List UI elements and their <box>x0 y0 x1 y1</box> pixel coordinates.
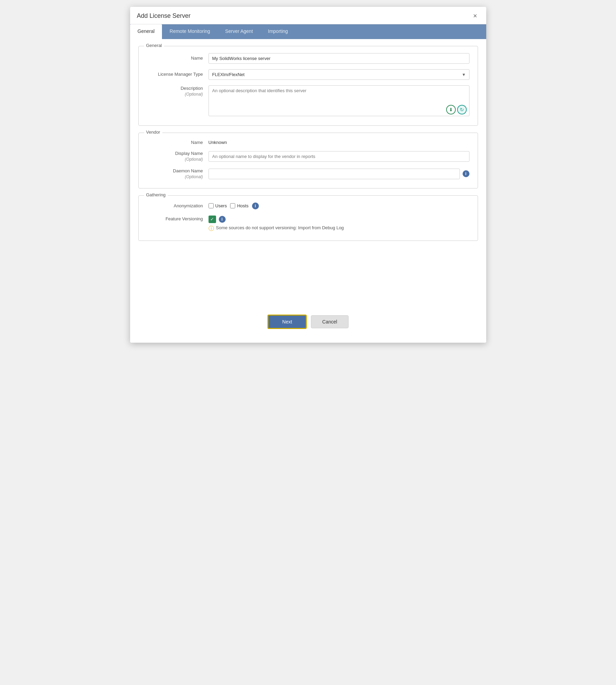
hosts-label: Hosts <box>237 203 248 208</box>
vendor-section: Vendor Name Unknown Display Name (Option… <box>138 133 478 188</box>
display-name-input[interactable] <box>209 151 469 162</box>
vendor-name-row: Name Unknown <box>147 140 469 145</box>
tab-bar: General Remote Monitoring Server Agent I… <box>130 24 486 39</box>
display-name-label: Display Name (Optional) <box>147 150 209 162</box>
users-checkbox-label[interactable]: Users <box>209 203 227 208</box>
refresh-icon[interactable]: ↻ <box>457 105 467 114</box>
general-section: General Name License Manager Type FLEXlm… <box>138 46 478 126</box>
versioning-top: ✓ i <box>209 216 344 223</box>
feature-versioning-info-icon[interactable]: i <box>219 216 226 223</box>
description-label: Description (Optional) <box>147 85 209 97</box>
display-name-row: Display Name (Optional) <box>147 150 469 162</box>
tab-importing[interactable]: Importing <box>261 24 296 39</box>
daemon-name-input-wrapper: i <box>209 169 469 179</box>
description-textarea-wrapper: ⬇ ↻ <box>209 85 469 117</box>
next-button[interactable]: Next <box>267 315 307 329</box>
daemon-name-row: Daemon Name (Optional) i <box>147 168 469 180</box>
name-label: Name <box>147 55 209 61</box>
name-input[interactable] <box>209 53 469 64</box>
anonymization-row: Anonymization Users Hosts i <box>147 203 469 209</box>
versioning-warning: ⓘ Some sources do not support versioning… <box>209 225 344 232</box>
anonymization-info-icon[interactable]: i <box>252 203 259 209</box>
general-section-legend: General <box>144 43 164 48</box>
daemon-name-label: Daemon Name (Optional) <box>147 168 209 180</box>
vendor-section-legend: Vendor <box>144 130 162 135</box>
dialog-title-bar: Add License Server × <box>130 7 486 24</box>
anonymization-content: Users Hosts i <box>209 203 259 209</box>
hosts-checkbox-label[interactable]: Hosts <box>230 203 248 208</box>
versioning-warning-text: Some sources do not support versioning: … <box>216 225 344 230</box>
name-row: Name <box>147 53 469 64</box>
users-label: Users <box>215 203 227 208</box>
license-manager-type-select-wrapper: FLEXlm/FlexNet RLM DSLS Custom ▼ <box>209 69 469 80</box>
close-button[interactable]: × <box>471 12 479 20</box>
tab-remote-monitoring[interactable]: Remote Monitoring <box>162 24 217 39</box>
cancel-button[interactable]: Cancel <box>311 315 349 328</box>
warning-icon: ⓘ <box>209 225 214 232</box>
vendor-name-label: Name <box>147 140 209 145</box>
gathering-section: Gathering Anonymization Users Hosts i <box>138 195 478 241</box>
tab-server-agent[interactable]: Server Agent <box>218 24 261 39</box>
daemon-name-info-icon[interactable]: i <box>463 170 469 177</box>
versioning-content: ✓ i ⓘ Some sources do not support versio… <box>209 216 344 232</box>
gathering-section-legend: Gathering <box>144 192 168 197</box>
description-textarea[interactable] <box>209 85 469 116</box>
feature-versioning-label: Feature Versioning <box>147 216 209 221</box>
dialog-footer: Next Cancel <box>130 304 486 343</box>
license-manager-type-row: License Manager Type FLEXlm/FlexNet RLM … <box>147 69 469 80</box>
daemon-name-input[interactable] <box>209 169 460 179</box>
description-row: Description (Optional) ⬇ ↻ <box>147 85 469 117</box>
dialog-body: General Name License Manager Type FLEXlm… <box>130 39 486 304</box>
license-manager-type-label: License Manager Type <box>147 71 209 77</box>
download-icon[interactable]: ⬇ <box>446 105 456 114</box>
hosts-checkbox[interactable] <box>230 203 235 208</box>
dialog-title: Add License Server <box>137 12 191 20</box>
license-manager-type-select[interactable]: FLEXlm/FlexNet RLM DSLS Custom <box>209 69 469 80</box>
feature-versioning-check-icon[interactable]: ✓ <box>209 216 216 223</box>
vendor-name-value: Unknown <box>209 140 227 145</box>
feature-versioning-row: Feature Versioning ✓ i ⓘ Some sources do… <box>147 216 469 232</box>
tab-general[interactable]: General <box>130 24 162 39</box>
users-checkbox[interactable] <box>209 203 214 208</box>
add-license-server-dialog: Add License Server × General Remote Moni… <box>130 7 486 343</box>
anonymization-label: Anonymization <box>147 203 209 208</box>
textarea-icons: ⬇ ↻ <box>446 105 467 114</box>
